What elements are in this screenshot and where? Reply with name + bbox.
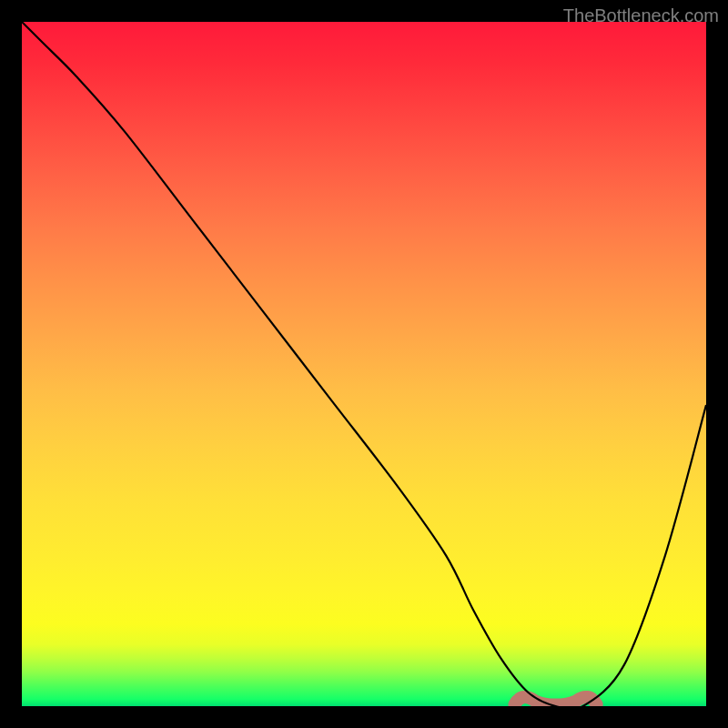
chart-svg	[22, 22, 706, 706]
bottleneck-curve	[22, 22, 706, 706]
trough-highlight	[514, 697, 596, 705]
chart-plot-area	[22, 22, 706, 706]
attribution-text: TheBottleneck.com	[563, 5, 719, 26]
